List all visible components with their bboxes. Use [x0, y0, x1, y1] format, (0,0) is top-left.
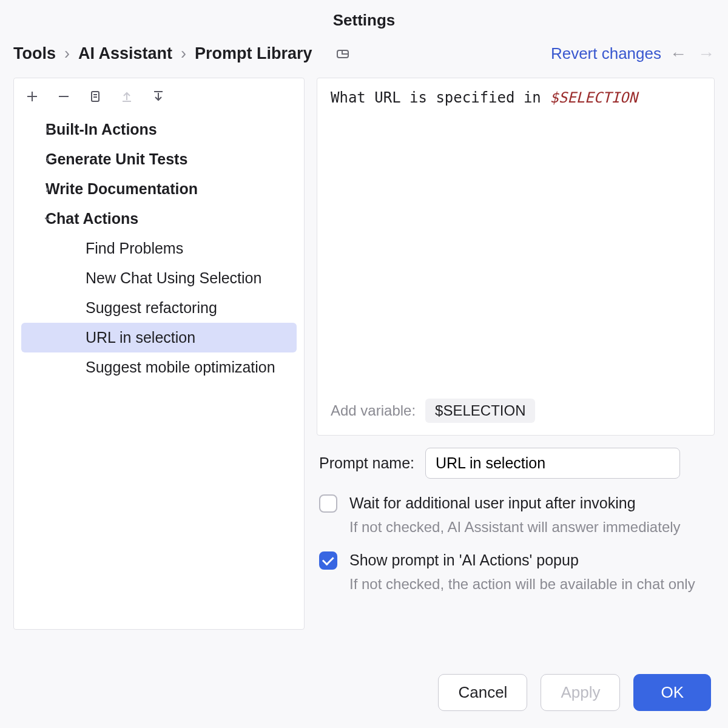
header-row: Tools › AI Assistant › Prompt Library Re… — [0, 44, 728, 78]
tree-node-chat-actions[interactable]: ›Chat Actions — [14, 204, 304, 234]
prompt-editor-panel: What URL is specified in $SELECTION Add … — [317, 78, 715, 436]
chevron-right-icon: › — [46, 123, 49, 136]
ok-button[interactable]: OK — [633, 674, 711, 711]
breadcrumb-tools[interactable]: Tools — [13, 44, 56, 63]
show-popup-sub: If not checked, the action will be avail… — [349, 576, 712, 593]
back-arrow-icon[interactable]: ← — [670, 46, 687, 62]
show-popup-checkbox[interactable] — [319, 551, 337, 570]
tree-node-generate-tests[interactable]: ›Generate Unit Tests — [14, 144, 304, 174]
copy-icon[interactable] — [88, 89, 103, 104]
variable-chip-selection[interactable]: $SELECTION — [425, 399, 535, 423]
prompt-options: Prompt name: Wait for additional user in… — [317, 448, 715, 608]
tree-item-suggest-refactoring[interactable]: Suggest refactoring — [14, 293, 304, 323]
tree-node-write-doc[interactable]: ›Write Documentation — [14, 174, 304, 204]
breadcrumb-sep-icon: › — [64, 44, 70, 63]
prompt-name-input[interactable] — [425, 448, 680, 479]
breadcrumb-prompt-library[interactable]: Prompt Library — [195, 44, 312, 63]
add-icon[interactable] — [25, 89, 39, 104]
add-variable-row: Add variable: $SELECTION — [317, 389, 714, 435]
cancel-button[interactable]: Cancel — [438, 674, 527, 711]
chevron-down-icon: › — [41, 217, 54, 221]
dialog-footer: Cancel Apply OK — [0, 659, 728, 728]
apply-button: Apply — [541, 674, 620, 711]
settings-title: Settings — [0, 0, 728, 44]
revert-changes-link[interactable]: Revert changes — [551, 44, 661, 63]
breadcrumb: Tools › AI Assistant › Prompt Library — [13, 44, 542, 63]
prompt-text: What URL is specified in — [331, 89, 550, 106]
tree-item-url-in-selection[interactable]: URL in selection — [21, 323, 297, 352]
prompt-editor[interactable]: What URL is specified in $SELECTION — [317, 78, 714, 389]
show-popup-label: Show prompt in 'AI Actions' popup — [349, 551, 579, 569]
tree-item-mobile-optimization[interactable]: Suggest mobile optimization — [14, 352, 304, 382]
window-mode-icon[interactable] — [337, 50, 349, 58]
remove-icon[interactable] — [56, 89, 71, 104]
export-icon — [120, 89, 134, 104]
prompt-variable: $SELECTION — [550, 89, 638, 106]
prompt-name-label: Prompt name: — [319, 454, 414, 472]
history-nav: ← → — [670, 46, 715, 62]
add-variable-label: Add variable: — [331, 402, 416, 419]
tree-item-new-chat[interactable]: New Chat Using Selection — [14, 263, 304, 293]
prompt-tree: ›Built-In Actions ›Generate Unit Tests ›… — [14, 112, 304, 385]
wait-input-label: Wait for additional user input after inv… — [349, 494, 636, 512]
import-icon[interactable] — [151, 89, 166, 104]
breadcrumb-ai-assistant[interactable]: AI Assistant — [78, 44, 172, 63]
wait-input-checkbox[interactable] — [319, 494, 337, 513]
breadcrumb-sep-icon: › — [181, 44, 186, 63]
tree-item-find-problems[interactable]: Find Problems — [14, 234, 304, 263]
tree-node-builtin[interactable]: ›Built-In Actions — [14, 115, 304, 144]
chevron-right-icon: › — [46, 183, 49, 195]
chevron-right-icon: › — [46, 153, 49, 166]
prompt-tree-panel: ›Built-In Actions ›Generate Unit Tests ›… — [13, 78, 305, 630]
forward-arrow-icon: → — [698, 46, 715, 62]
tree-toolbar — [14, 78, 304, 112]
wait-input-sub: If not checked, AI Assistant will answer… — [349, 519, 712, 536]
